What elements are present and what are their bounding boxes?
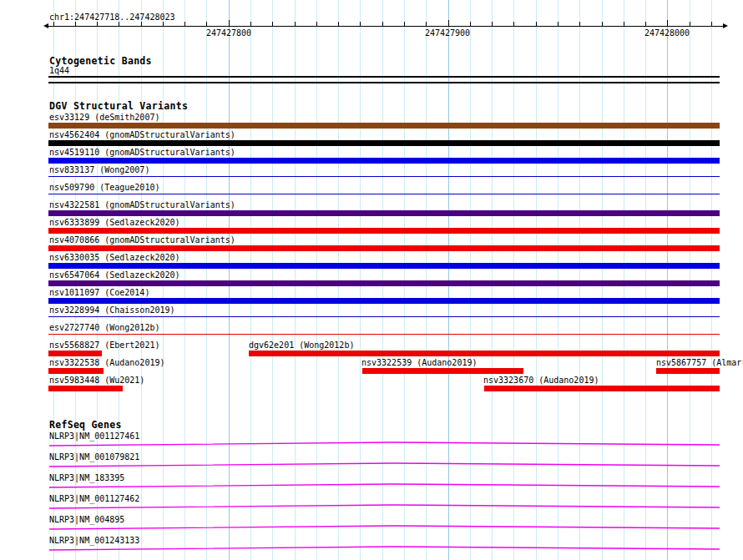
variant-bar[interactable] [48, 386, 123, 391]
ruler-minor-tick [690, 22, 690, 26]
ruler-minor-tick [470, 22, 471, 26]
variant-bar[interactable] [362, 368, 523, 374]
variant-bar[interactable] [484, 386, 720, 391]
variant-bar[interactable] [48, 351, 102, 356]
refseq-genes-title: RefSeq Genes [49, 420, 122, 430]
ruler-line [48, 26, 723, 27]
cytogenetic-band-box[interactable] [48, 76, 720, 83]
variant-bar[interactable] [48, 298, 720, 304]
ruler-minor-tick [316, 22, 317, 26]
genome-browser-canvas: chr1:247427718..247428023 24742780024742… [0, 0, 743, 560]
variant-label[interactable]: nsv5983448 (Wu2021) [49, 376, 144, 385]
gene-label[interactable]: NLRP3|NM_001079821 [49, 452, 139, 462]
ruler-minor-tick [404, 22, 405, 26]
variant-bar[interactable] [48, 368, 104, 374]
gene-line[interactable] [49, 547, 720, 550]
variant-label[interactable]: nsv833137 (Wong2007) [49, 165, 149, 174]
ruler-left-arrow-icon [43, 23, 48, 28]
ruler-minor-tick [602, 22, 603, 26]
ruler-minor-tick [141, 22, 142, 26]
gene-label[interactable]: NLRP3|NM_001127461 [49, 431, 139, 441]
ruler-minor-tick [558, 22, 559, 26]
gene-label[interactable]: NLRP3|NM_004895 [49, 515, 124, 524]
variant-label[interactable]: nsv3322538 (Audano2019) [49, 358, 164, 367]
variant-bar[interactable] [48, 140, 720, 146]
ruler-minor-tick [250, 22, 251, 26]
ruler-major-tick [229, 20, 230, 26]
variant-label[interactable]: nsv3323670 (Audano2019) [483, 376, 599, 385]
ruler-minor-tick [579, 22, 580, 26]
gene-label[interactable]: NLRP3|NM_183395 [49, 473, 124, 482]
ruler-minor-tick [624, 22, 624, 26]
variant-label[interactable]: nsv6547064 (Sedlazeck2020) [49, 270, 180, 280]
ruler-minor-tick [206, 22, 207, 26]
ruler-minor-tick [645, 22, 646, 26]
variant-bar[interactable] [48, 316, 720, 317]
cytogenetic-bands-title: Cytogenetic Bands [49, 56, 152, 66]
variant-bar[interactable] [656, 368, 720, 374]
cytogenetic-band-label[interactable]: 1q44 [49, 66, 69, 75]
ruler-major-tick [667, 20, 668, 26]
variant-bar[interactable] [48, 123, 720, 129]
ruler-minor-tick [492, 22, 493, 26]
ruler-major-tick [448, 20, 449, 26]
variant-label[interactable]: nsv5568827 (Ebert2021) [49, 341, 159, 350]
gene-label[interactable]: NLRP3|NM_001127462 [49, 494, 139, 503]
variant-bar[interactable] [48, 176, 720, 177]
ruler-minor-tick [295, 22, 296, 26]
ruler-minor-tick [53, 22, 54, 26]
variant-label[interactable]: dgv62e201 (Wong2012b) [249, 341, 354, 350]
gene-line[interactable] [49, 484, 720, 487]
variant-label[interactable]: nsv509790 (Teague2010) [49, 183, 159, 192]
ruler-minor-tick [272, 22, 273, 26]
ruler-tick-label: 247427800 [205, 28, 252, 38]
ruler-minor-tick [360, 22, 361, 26]
ruler-minor-tick [184, 22, 185, 26]
ruler-minor-tick [382, 22, 383, 26]
gene-label[interactable]: NLRP3|NM_001243133 [49, 536, 139, 545]
ruler-minor-tick [75, 22, 76, 26]
dgv-structural-variants-title: DGV Structural Variants [49, 101, 188, 111]
variant-label[interactable]: nsv4562404 (gnomADStructuralVariants) [49, 130, 235, 139]
variant-bar[interactable] [249, 351, 720, 356]
variant-bar[interactable] [48, 158, 720, 164]
variant-label[interactable]: nsv4322581 (gnomADStructuralVariants) [49, 200, 235, 209]
variant-label[interactable]: nsv6333899 (Sedlazeck2020) [49, 218, 180, 227]
gene-line[interactable] [49, 526, 720, 529]
ruler-minor-tick [119, 22, 119, 26]
variant-bar[interactable] [48, 263, 720, 269]
ruler-minor-tick [426, 22, 427, 26]
gene-line[interactable] [49, 463, 720, 467]
variant-bar[interactable] [48, 194, 720, 194]
gene-line[interactable] [49, 442, 720, 446]
ruler-minor-tick [536, 22, 537, 26]
ruler-minor-tick [97, 22, 98, 26]
ruler-right-arrow-icon [723, 23, 728, 28]
variant-bar[interactable] [48, 245, 720, 251]
variant-label[interactable]: esv33129 (deSmith2007) [49, 113, 159, 122]
variant-bar[interactable] [48, 228, 720, 234]
region-label: chr1:247427718..247428023 [49, 13, 175, 22]
ruler-tick-label: 247428000 [644, 28, 690, 38]
ruler-minor-tick [711, 22, 712, 26]
variant-bar[interactable] [48, 280, 720, 286]
variant-label[interactable]: nsv3228994 (Chaisson2019) [49, 305, 175, 315]
variant-bar[interactable] [48, 210, 720, 216]
variant-label[interactable]: nsv1011097 (Coe2014) [49, 288, 149, 297]
variant-label[interactable]: nsv4070866 (gnomADStructuralVariants) [49, 235, 235, 245]
ruler-minor-tick [513, 22, 514, 26]
ruler-minor-tick [338, 22, 339, 26]
variant-label[interactable]: nsv3322539 (Audano2019) [361, 358, 477, 367]
ruler-tick-label: 247427900 [424, 28, 471, 38]
variant-label[interactable]: esv2727740 (Wong2012b) [49, 323, 159, 332]
variant-label[interactable]: nsv5867757 (Almarr [656, 358, 743, 367]
ruler-minor-tick [163, 22, 164, 26]
variant-bar[interactable] [48, 334, 720, 335]
variant-label[interactable]: nsv4519110 (gnomADStructuralVariants) [49, 148, 235, 157]
gene-line[interactable] [49, 505, 720, 508]
variant-label[interactable]: nsv6330035 (Sedlazeck2020) [49, 253, 180, 262]
